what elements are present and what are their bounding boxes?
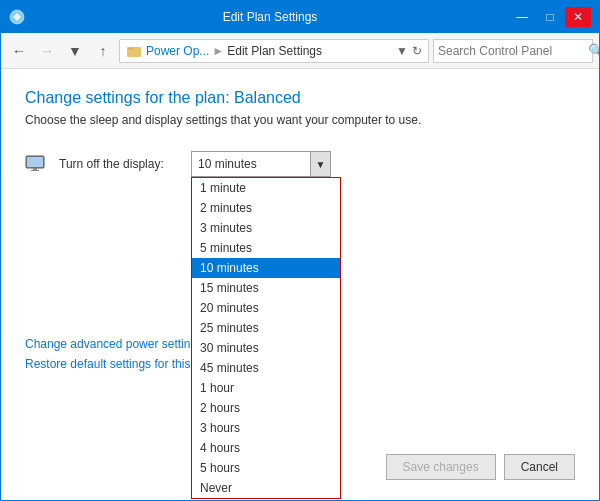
dropdown-option[interactable]: 4 hours	[192, 438, 340, 458]
path-segment-1: Power Op...	[146, 44, 209, 58]
dropdown-container: 10 minutes ▼ 1 minute2 minutes3 minutes5…	[191, 151, 331, 177]
main-content: Change settings for the plan: Balanced C…	[1, 69, 599, 500]
dropdown-option[interactable]: 3 minutes	[192, 218, 340, 238]
window-controls: — □ ✕	[509, 7, 591, 27]
cancel-button[interactable]: Cancel	[504, 454, 575, 480]
dropdown-option[interactable]: 1 hour	[192, 378, 340, 398]
forward-button[interactable]: →	[35, 39, 59, 63]
minimize-button[interactable]: —	[509, 7, 535, 27]
back-button[interactable]: ←	[7, 39, 31, 63]
maximize-button[interactable]: □	[537, 7, 563, 27]
dropdown-option[interactable]: 2 minutes	[192, 198, 340, 218]
display-setting-row: Turn off the display: 10 minutes ▼ 1 min…	[25, 151, 575, 177]
page-subtext: Choose the sleep and display settings th…	[25, 113, 575, 127]
dropdown-option[interactable]: 25 minutes	[192, 318, 340, 338]
display-label: Turn off the display:	[59, 157, 179, 171]
dropdown-option[interactable]: 1 minute	[192, 178, 340, 198]
save-button[interactable]: Save changes	[386, 454, 496, 480]
dropdown-option[interactable]: 20 minutes	[192, 298, 340, 318]
app-icon	[9, 9, 25, 25]
dropdown-list: 1 minute2 minutes3 minutes5 minutes10 mi…	[191, 177, 341, 499]
dropdown-selected-value: 10 minutes	[198, 157, 257, 171]
monitor-icon	[25, 153, 47, 175]
dropdown-option[interactable]: 30 minutes	[192, 338, 340, 358]
dropdown-arrow-btn[interactable]: ▼	[310, 152, 330, 176]
bottom-bar: Save changes Cancel	[386, 454, 575, 480]
search-box[interactable]: 🔍	[433, 39, 593, 63]
dropdown-option[interactable]: 2 hours	[192, 398, 340, 418]
svg-rect-3	[27, 157, 43, 167]
monitor-svg	[25, 155, 47, 173]
up-button[interactable]: ↑	[91, 39, 115, 63]
page-heading: Change settings for the plan: Balanced	[25, 89, 575, 107]
window-title: Edit Plan Settings	[31, 10, 509, 24]
close-button[interactable]: ✕	[565, 7, 591, 27]
folder-icon	[126, 43, 142, 59]
svg-rect-4	[33, 168, 37, 170]
address-bar: ← → ▼ ↑ Power Op... ► Edit Plan Settings…	[1, 33, 599, 69]
main-window: Edit Plan Settings — □ ✕ ← → ▼ ↑ Power O…	[0, 0, 600, 501]
dropdown-option[interactable]: 3 hours	[192, 418, 340, 438]
title-bar: Edit Plan Settings — □ ✕	[1, 1, 599, 33]
dropdown-option[interactable]: 5 hours	[192, 458, 340, 478]
search-icon: 🔍	[588, 43, 600, 58]
path-segment-2: Edit Plan Settings	[227, 44, 322, 58]
dropdown-option[interactable]: 5 minutes	[192, 238, 340, 258]
dropdown-option[interactable]: 10 minutes	[192, 258, 340, 278]
path-sep: ►	[212, 44, 224, 58]
search-input[interactable]	[438, 44, 588, 58]
display-dropdown[interactable]: 10 minutes ▼	[191, 151, 331, 177]
address-path[interactable]: Power Op... ► Edit Plan Settings ▼ ↻	[119, 39, 429, 63]
svg-rect-5	[31, 170, 39, 171]
dropdown-option[interactable]: 45 minutes	[192, 358, 340, 378]
dropdown-option[interactable]: Never	[192, 478, 340, 498]
dropdown-nav-button[interactable]: ▼	[63, 39, 87, 63]
dropdown-option[interactable]: 15 minutes	[192, 278, 340, 298]
address-dropdown-arrow[interactable]: ▼	[396, 44, 408, 58]
refresh-button[interactable]: ↻	[412, 44, 422, 58]
